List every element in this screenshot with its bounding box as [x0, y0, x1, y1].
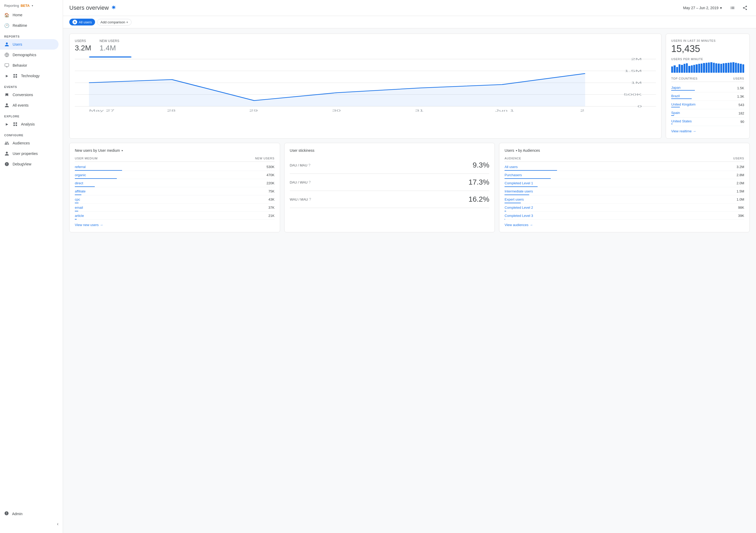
top-countries-label: TOP COUNTRIES	[671, 77, 697, 80]
customize-report-button[interactable]	[728, 3, 737, 13]
country-bar	[671, 115, 674, 116]
question-icon[interactable]: ?	[309, 197, 311, 201]
country-users: 1.3K	[737, 95, 744, 98]
new-users-dropdown-icon[interactable]: ▾	[122, 149, 123, 152]
country-bar	[671, 107, 680, 107]
row-label[interactable]: referral	[75, 165, 86, 169]
date-range-picker[interactable]: May 27 – Jun 2, 2019 ▾	[680, 4, 724, 12]
question-icon[interactable]: ?	[309, 163, 310, 167]
view-audiences-link[interactable]: View audiences →	[504, 223, 744, 227]
audience-row-label[interactable]: Completed Level 1	[504, 181, 533, 185]
behavior-label: Behavior	[13, 63, 27, 68]
sidebar-item-technology[interactable]: ▶ Technology	[0, 70, 59, 81]
audience-row-value: 98K	[738, 206, 744, 210]
sidebar-item-behavior[interactable]: Behavior	[0, 60, 59, 70]
row-bar	[75, 195, 81, 195]
sidebar-item-users[interactable]: Users	[0, 39, 59, 50]
technology-icon	[13, 73, 18, 78]
country-bar	[671, 124, 672, 124]
sidebar-item-analysis[interactable]: ▶ Analysis	[0, 119, 59, 129]
row-label[interactable]: email	[75, 206, 83, 210]
mini-bar	[708, 63, 710, 73]
stickiness-metric-label: DAU / MAU ?	[290, 163, 310, 167]
main-header: Users overview May 27 – Jun 2, 2019 ▾	[63, 0, 756, 16]
table-row: email 37K	[75, 204, 275, 211]
home-icon: 🏠	[4, 12, 10, 17]
audiences-table-body: All users 3.2M Purchasers 2.8M Completed…	[504, 163, 744, 220]
row-label[interactable]: article	[75, 214, 84, 218]
audiences-dropdown-icon[interactable]: ▾	[516, 149, 517, 152]
question-icon[interactable]: ?	[309, 180, 311, 184]
mini-bar	[684, 64, 686, 73]
row-bar	[75, 203, 78, 203]
stickiness-metric-row: DAU / MAU ? 9.3%	[290, 157, 490, 174]
view-realtime-link[interactable]: View realtime →	[671, 129, 744, 133]
audience-row-label[interactable]: Expert users	[504, 197, 524, 201]
users-metric: Users 3.2M	[75, 39, 91, 52]
stickiness-value: 16.2%	[469, 195, 489, 204]
sidebar-item-home[interactable]: 🏠 Home	[0, 10, 59, 20]
sidebar-item-admin[interactable]: Admin	[0, 508, 63, 519]
row-bar	[75, 211, 78, 211]
row-label[interactable]: direct	[75, 181, 83, 185]
country-name[interactable]: United Kingdom	[671, 102, 696, 106]
share-button[interactable]	[740, 3, 750, 13]
stickiness-metric-label: WAU / MAU ?	[290, 197, 311, 201]
users-icon	[4, 42, 10, 47]
configure-section-label: CONFIGURE	[0, 129, 63, 138]
sidebar-item-demographics[interactable]: Demographics	[0, 50, 59, 60]
row-label[interactable]: affiliate	[75, 189, 86, 193]
row-value: 75K	[268, 189, 274, 193]
svg-text:28: 28	[167, 109, 176, 112]
stickiness-card: User stickiness DAU / MAU ? 9.3% DAU / W…	[284, 143, 495, 232]
svg-rect-7	[16, 122, 17, 124]
country-name[interactable]: Spain	[671, 111, 680, 115]
sidebar-item-conversions[interactable]: Conversions	[0, 90, 59, 100]
audience-row-label[interactable]: Completed Level 2	[504, 206, 533, 210]
main-chart-card: Users 3.2M New users 1.4M	[69, 34, 662, 139]
row-value: 21K	[268, 214, 274, 218]
reporting-label: Reporting	[4, 4, 19, 8]
svg-rect-6	[14, 122, 15, 124]
beta-badge: BETA	[20, 4, 29, 8]
row-label[interactable]: organic	[75, 173, 86, 177]
sidebar-item-debugview[interactable]: DebugView	[0, 159, 59, 169]
sidebar-collapse-button[interactable]: ‹	[0, 519, 63, 529]
sidebar-item-user-properties[interactable]: User properties	[0, 148, 59, 159]
new-users-table-body: referral 530K organic 470K direct 220K a…	[75, 163, 275, 220]
audience-row-value: 1.5M	[737, 189, 744, 193]
add-comparison-button[interactable]: Add comparison +	[97, 19, 132, 25]
sidebar-item-realtime[interactable]: 🕐 Realtime	[0, 20, 59, 31]
comparison-row: A All users Add comparison +	[63, 16, 756, 28]
audience-row-label[interactable]: Completed Level 3	[504, 214, 533, 218]
chart-header: Users 3.2M New users 1.4M	[75, 39, 656, 52]
reporting-dropdown-icon[interactable]: ▾	[32, 4, 33, 7]
all-events-icon	[4, 103, 10, 108]
view-new-users-link[interactable]: View new users →	[75, 223, 275, 227]
collapse-icon: ‹	[57, 521, 59, 527]
svg-text:29: 29	[249, 109, 258, 112]
home-label: Home	[13, 13, 22, 17]
sidebar-item-audiences[interactable]: Audiences	[0, 138, 59, 148]
row-value: 43K	[268, 197, 274, 201]
country-name[interactable]: Brazil	[671, 94, 692, 98]
explore-section-label: EXPLORE	[0, 111, 63, 119]
row-bar	[75, 178, 117, 179]
row-label[interactable]: cpc	[75, 197, 80, 201]
sidebar-item-all-events[interactable]: All events	[0, 100, 59, 111]
audience-row-label[interactable]: Intermediate users	[504, 189, 533, 193]
audience-row-label[interactable]: Purchasers	[504, 173, 522, 177]
audience-row-label[interactable]: All users	[504, 165, 518, 169]
country-name[interactable]: United States	[671, 119, 692, 123]
mini-bar	[698, 64, 700, 73]
mini-bar	[713, 63, 715, 73]
user-properties-label: User properties	[13, 152, 38, 156]
country-name[interactable]: Japan	[671, 86, 695, 90]
svg-text:30: 30	[332, 109, 341, 112]
table-row: cpc 43K	[75, 195, 275, 204]
all-users-chip[interactable]: A All users	[69, 19, 95, 25]
table-row: affiliate 75K	[75, 187, 275, 195]
audiences-label: Audiences	[13, 141, 30, 145]
new-users-title: New users by User medium ▾	[75, 148, 275, 153]
mini-bar	[720, 64, 722, 73]
